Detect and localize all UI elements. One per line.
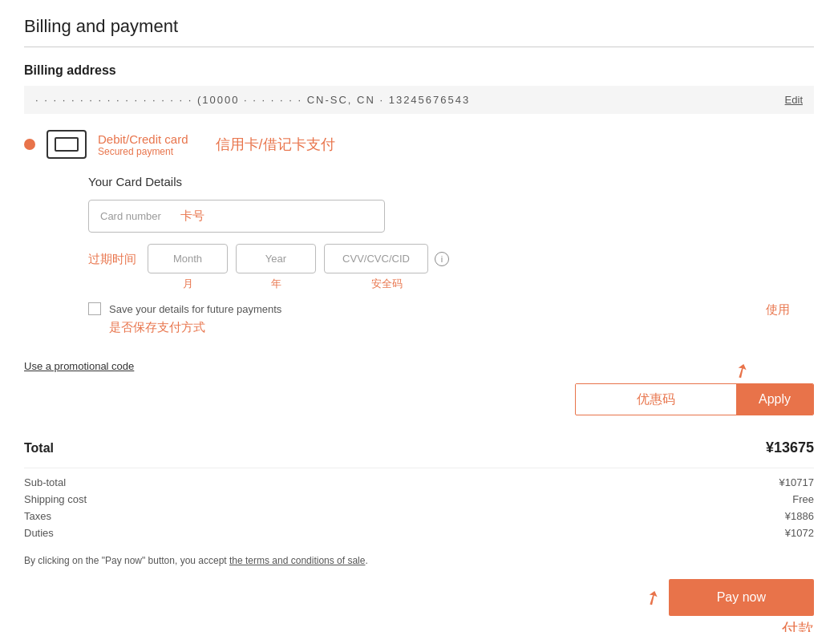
expiry-label-cn: 过期时间 (88, 252, 136, 267)
cvv-info-icon[interactable]: i (435, 252, 449, 266)
save-row: Save your details for future payments (88, 302, 814, 315)
payment-section: Debit/Credit card Secured payment 信用卡/借记… (24, 130, 814, 335)
page-title: Billing and payment (24, 16, 814, 37)
terms-link[interactable]: the terms and conditions of sale (229, 555, 365, 566)
shipping-label: Shipping cost (24, 493, 87, 505)
payment-radio[interactable] (24, 139, 35, 150)
payment-label-sub: Secured payment (98, 146, 188, 157)
card-icon-inner (55, 137, 79, 152)
pay-now-arrow-icon: ➚ (640, 584, 665, 611)
taxes-value: ¥1886 (785, 510, 814, 522)
total-row: Total ¥13675 (24, 439, 814, 456)
shipping-value: Free (792, 493, 814, 505)
billing-address-section-title: Billing address (24, 63, 814, 78)
taxes-row: Taxes ¥1886 (24, 510, 814, 522)
month-cn: 月 (183, 277, 193, 291)
pay-now-cn: 付款 (782, 618, 814, 632)
promo-link[interactable]: Use a promotional code (24, 360, 134, 372)
promo-arrow-icon: ➚ (729, 357, 754, 384)
use-cn: 使用 (766, 302, 790, 318)
expiry-fields: Month 月 Year 年 CVV/CVC/CID i 安全码 (148, 244, 449, 291)
promo-input[interactable] (576, 384, 736, 414)
cvv-row: CVV/CVC/CID i (324, 244, 449, 273)
card-details-section: Your Card Details Card number 卡号 过期时间 Mo… (88, 175, 814, 335)
promo-input-row: ➚ 优惠码 Apply (24, 383, 814, 415)
card-number-field[interactable]: Card number 卡号 (88, 200, 385, 233)
duties-label: Duties (24, 527, 54, 539)
month-field-wrap: Month 月 (148, 244, 228, 291)
payment-label-main: Debit/Credit card (98, 132, 188, 146)
apply-button[interactable]: Apply (736, 384, 813, 415)
billing-address-row: · · · · · · · · · · · · · · · · · · (100… (24, 86, 814, 114)
year-field[interactable]: Year (236, 244, 316, 273)
duties-value: ¥1072 (785, 527, 814, 539)
year-cn: 年 (271, 277, 281, 291)
edit-address-link[interactable]: Edit (785, 94, 803, 106)
card-icon (47, 130, 87, 159)
promo-input-wrap: 优惠码 Apply (575, 383, 814, 415)
payment-label: Debit/Credit card Secured payment (98, 132, 188, 157)
terms-text-before: By clicking on the "Pay now" button, you… (24, 555, 229, 566)
pay-now-button[interactable]: Pay now (669, 579, 814, 616)
title-divider (24, 47, 814, 47)
totals-divider (24, 468, 814, 468)
terms-row: By clicking on the "Pay now" button, you… (24, 555, 814, 566)
card-details-title: Your Card Details (88, 175, 814, 188)
promo-input-container: 优惠码 (576, 384, 736, 415)
shipping-row: Shipping cost Free (24, 493, 814, 505)
cvv-field-wrap: CVV/CVC/CID i 安全码 (324, 244, 449, 291)
pay-now-row: ➚ Pay now 付款 (24, 579, 814, 616)
subtotal-label: Sub-total (24, 476, 66, 488)
subtotal-row: Sub-total ¥10717 (24, 476, 814, 488)
save-checkbox[interactable] (88, 302, 101, 315)
card-number-cn: 卡号 (180, 209, 204, 224)
year-field-wrap: Year 年 (236, 244, 316, 291)
total-value: ¥13675 (766, 439, 814, 456)
duties-row: Duties ¥1072 (24, 527, 814, 539)
billing-address-text: · · · · · · · · · · · · · · · · · · (100… (35, 94, 470, 106)
card-number-label: Card number (100, 210, 172, 222)
save-label: Save your details for future payments (109, 303, 281, 315)
payment-label-cn: 信用卡/借记卡支付 (216, 135, 335, 154)
month-field[interactable]: Month (148, 244, 228, 273)
total-label: Total (24, 441, 54, 456)
save-cn: 是否保存支付方式 (109, 320, 205, 335)
total-section: Total ¥13675 Sub-total ¥10717 Shipping c… (24, 439, 814, 539)
cvv-field[interactable]: CVV/CVC/CID (324, 244, 428, 273)
promo-section: Use a promotional code ➚ 优惠码 Apply (24, 359, 814, 415)
cvv-cn: 安全码 (371, 277, 403, 291)
save-section-row: Save your details for future payments 是否… (88, 302, 814, 335)
payment-option-row: Debit/Credit card Secured payment 信用卡/借记… (24, 130, 814, 159)
expiry-row: 过期时间 Month 月 Year 年 CVV/CVC/CID i 安全码 (88, 244, 814, 291)
subtotal-value: ¥10717 (779, 476, 814, 488)
terms-text-after: . (365, 555, 367, 566)
taxes-label: Taxes (24, 510, 51, 522)
pay-now-wrap: Pay now 付款 (669, 579, 814, 616)
